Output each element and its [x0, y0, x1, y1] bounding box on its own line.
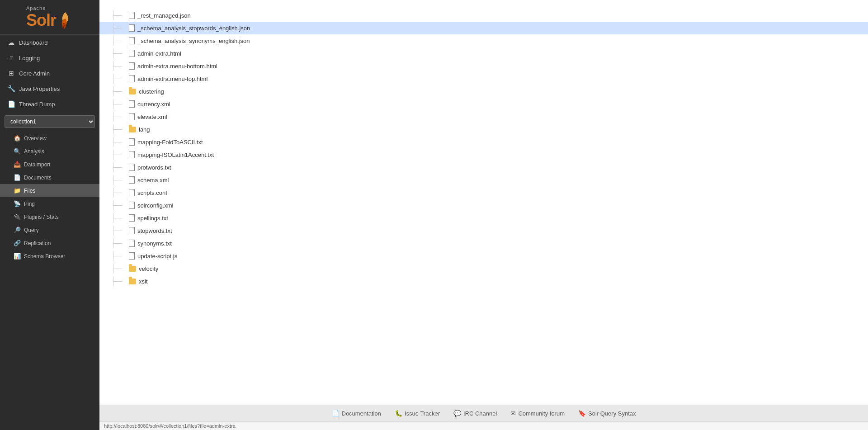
- file-icon: [129, 214, 135, 222]
- file-name: spellings.txt: [137, 215, 168, 222]
- list-item[interactable]: xslt: [99, 275, 868, 288]
- sidebar-item-query[interactable]: 🔎 Query: [0, 223, 99, 236]
- irc-channel-link[interactable]: 💬 IRC Channel: [453, 410, 497, 417]
- logo-area: Apache Solr: [0, 0, 99, 35]
- sidebar-item-replication[interactable]: 🔗 Replication: [0, 236, 99, 250]
- file-name: _schema_analysis_synonyms_english.json: [137, 38, 250, 44]
- community-forum-link[interactable]: ✉ Community forum: [510, 410, 565, 417]
- sidebar-item-ping[interactable]: 📡 Ping: [0, 197, 99, 210]
- thread-dump-icon: 📄: [7, 100, 15, 108]
- main-content: _rest_managed.json_schema_analysis_stopw…: [99, 0, 868, 405]
- file-icon: [129, 24, 135, 32]
- file-name: velocity: [139, 265, 158, 272]
- list-item[interactable]: admin-extra.html: [99, 47, 868, 60]
- list-item[interactable]: spellings.txt: [99, 212, 868, 224]
- file-tree: _rest_managed.json_schema_analysis_stopw…: [99, 5, 868, 292]
- sidebar-item-documents[interactable]: 📄 Documents: [0, 171, 99, 184]
- community-forum-label: Community forum: [518, 410, 565, 417]
- sidebar-item-overview[interactable]: 🏠 Overview: [0, 132, 99, 145]
- overview-label: Overview: [24, 135, 47, 142]
- list-item[interactable]: protwords.txt: [99, 161, 868, 174]
- file-icon: [129, 240, 135, 247]
- file-icon: [129, 75, 135, 82]
- sidebar-item-dataimport[interactable]: 📥 Dataimport: [0, 158, 99, 171]
- dataimport-label: Dataimport: [24, 161, 51, 168]
- sidebar-item-dashboard[interactable]: ☁ Dashboard: [0, 35, 99, 50]
- list-item[interactable]: schema.xml: [99, 174, 868, 186]
- list-item[interactable]: update-script.js: [99, 250, 868, 262]
- collection-selector[interactable]: collection1: [5, 115, 95, 128]
- sidebar: Apache Solr ☁ Dashboard ≡ Logging: [0, 0, 99, 430]
- file-name: update-script.js: [137, 253, 177, 260]
- file-name: schema.xml: [137, 177, 169, 184]
- files-icon: 📁: [14, 187, 21, 194]
- sidebar-item-plugins-stats[interactable]: 🔌 Plugins / Stats: [0, 210, 99, 223]
- file-icon: [129, 37, 135, 44]
- folder-icon: [129, 127, 136, 132]
- main-nav: ☁ Dashboard ≡ Logging ⊞ Core Admin 🔧 Jav…: [0, 35, 99, 112]
- file-name: clustering: [139, 88, 164, 95]
- file-icon: [129, 138, 135, 146]
- java-properties-label: Java Properties: [19, 85, 60, 92]
- community-forum-icon: ✉: [510, 410, 516, 417]
- file-icon: [129, 189, 135, 196]
- file-name: currency.xml: [137, 101, 170, 108]
- list-item[interactable]: admin-extra.menu-bottom.html: [99, 60, 868, 72]
- list-item[interactable]: scripts.conf: [99, 186, 868, 199]
- list-item[interactable]: elevate.xml: [99, 110, 868, 123]
- replication-label: Replication: [24, 240, 51, 246]
- documentation-link[interactable]: 📄 Documentation: [332, 410, 381, 417]
- sidebar-item-logging[interactable]: ≡ Logging: [0, 50, 99, 66]
- sidebar-item-java-properties[interactable]: 🔧 Java Properties: [0, 81, 99, 96]
- file-icon: [129, 176, 135, 184]
- java-properties-icon: 🔧: [7, 85, 15, 92]
- file-icon: [129, 252, 135, 260]
- documents-icon: 📄: [14, 174, 21, 181]
- sidebar-item-analysis[interactable]: 🔍 Analysis: [0, 145, 99, 158]
- solr-query-syntax-link[interactable]: 🔖 Solr Query Syntax: [578, 410, 636, 417]
- file-icon: [129, 12, 135, 19]
- analysis-label: Analysis: [24, 148, 44, 155]
- file-icon: [129, 62, 135, 70]
- list-item[interactable]: mapping-FoldToASCII.txt: [99, 136, 868, 148]
- file-name: mapping-FoldToASCII.txt: [137, 139, 203, 146]
- sidebar-item-core-admin[interactable]: ⊞ Core Admin: [0, 66, 99, 81]
- list-item[interactable]: _schema_analysis_synonyms_english.json: [99, 34, 868, 47]
- list-item[interactable]: currency.xml: [99, 98, 868, 110]
- solr-text: Solr: [26, 11, 56, 30]
- dashboard-label: Dashboard: [19, 39, 48, 46]
- solr-brand: Solr: [26, 11, 73, 30]
- list-item[interactable]: lang: [99, 123, 868, 136]
- issue-tracker-link[interactable]: 🐛 Issue Tracker: [395, 410, 440, 417]
- list-item[interactable]: stopwords.txt: [99, 224, 868, 237]
- list-item[interactable]: _schema_analysis_stopwords_english.json: [99, 22, 868, 34]
- list-item[interactable]: synonyms.txt: [99, 237, 868, 250]
- file-icon: [129, 202, 135, 209]
- thread-dump-label: Thread Dump: [19, 101, 55, 108]
- replication-icon: 🔗: [14, 240, 21, 246]
- files-label: Files: [24, 188, 35, 194]
- irc-channel-icon: 💬: [453, 410, 461, 417]
- file-name: scripts.conf: [137, 189, 167, 196]
- file-icon: [129, 164, 135, 171]
- logging-icon: ≡: [7, 54, 15, 61]
- list-item[interactable]: clustering: [99, 85, 868, 98]
- file-name: lang: [139, 126, 150, 133]
- folder-icon: [129, 266, 136, 272]
- list-item[interactable]: velocity: [99, 262, 868, 275]
- solr-logo: Apache Solr: [26, 5, 73, 30]
- list-item[interactable]: mapping-ISOLatin1Accent.txt: [99, 148, 868, 161]
- list-item[interactable]: _rest_managed.json: [99, 9, 868, 22]
- core-admin-icon: ⊞: [7, 70, 15, 77]
- collection-dropdown[interactable]: collection1: [5, 115, 95, 128]
- analysis-icon: 🔍: [14, 148, 21, 155]
- sidebar-item-thread-dump[interactable]: 📄 Thread Dump: [0, 96, 99, 112]
- sidebar-item-files[interactable]: 📁 Files: [0, 184, 99, 197]
- sidebar-item-schema-browser[interactable]: 📊 Schema Browser: [0, 250, 99, 263]
- list-item[interactable]: admin-extra.menu-top.html: [99, 72, 868, 85]
- file-icon: [129, 50, 135, 57]
- issue-tracker-label: Issue Tracker: [405, 410, 440, 417]
- file-name: admin-extra.menu-top.html: [137, 76, 208, 82]
- file-icon: [129, 151, 135, 158]
- list-item[interactable]: solrconfig.xml: [99, 199, 868, 212]
